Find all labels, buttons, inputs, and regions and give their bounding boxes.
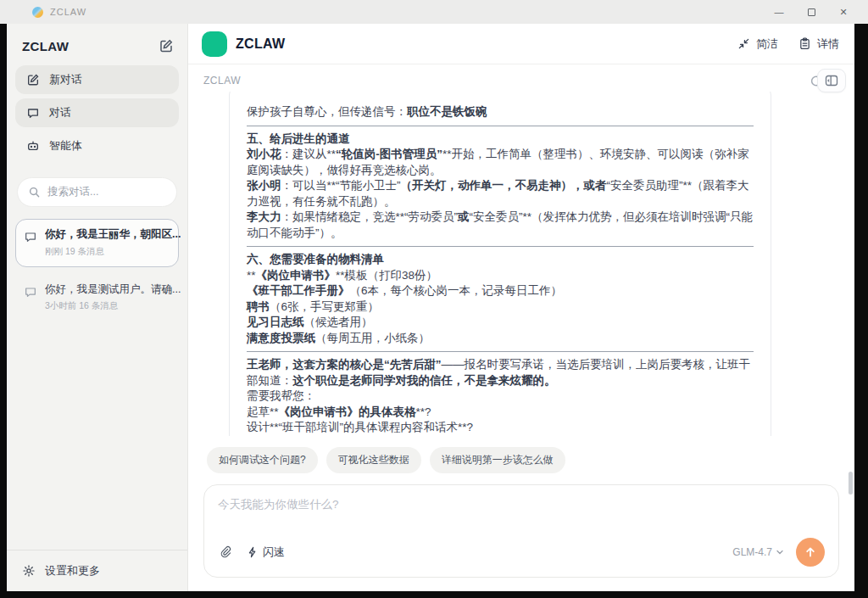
titlebar: ZCLAW — ✕ — [0, 0, 868, 24]
main-area: ZCLAW 简洁 — [188, 24, 854, 591]
sidebar-item-settings[interactable]: 设置和更多 — [7, 550, 187, 591]
close-icon[interactable]: ✕ — [827, 0, 860, 24]
conversation-toolbar: ZCLAW — [188, 64, 854, 92]
message-divider — [247, 246, 754, 247]
app-window: ZCLAW 新对话 — [7, 24, 854, 591]
details-view-button[interactable]: 详情 — [798, 36, 839, 52]
robot-icon — [26, 139, 40, 153]
compose-icon[interactable] — [159, 38, 174, 53]
send-button[interactable] — [796, 538, 825, 567]
model-selector[interactable]: GLM-4.7 — [732, 546, 784, 558]
sidebar: ZCLAW 新对话 — [7, 24, 188, 591]
list-item[interactable]: 你好，我是测试用户。请确... 3小时前 16 条消息 — [15, 274, 179, 322]
search-placeholder: 搜索对话... — [47, 185, 98, 199]
message-divider — [247, 351, 754, 352]
titlebar-app-name: ZCLAW — [50, 7, 86, 17]
brand-logo — [202, 31, 227, 57]
suggestion-chip[interactable]: 详细说明第一步该怎么做 — [430, 447, 565, 473]
suggestion-chip[interactable]: 如何调试这个问题? — [207, 447, 318, 473]
attachment-icon[interactable] — [218, 545, 233, 560]
sidebar-item-label: 对话 — [49, 105, 71, 120]
clipboard-icon — [798, 37, 811, 50]
toggle-panel-button[interactable] — [817, 69, 846, 92]
message-line: 满意度投票纸（每周五用，小纸条） — [247, 331, 754, 347]
message-line: 设计**“班干部培训”的具体课程内容和话术**? — [247, 420, 754, 436]
conversation-list: 你好，我是王丽华，朝阳区... 刚刚 19 条消息 你好，我是测试用户。请确..… — [7, 217, 187, 323]
message-line: 《班干部工作手册》（6本，每个核心岗一本，记录每日工作） — [247, 283, 754, 299]
app-icon — [32, 7, 43, 18]
conversation-title: 你好，我是王丽华，朝阳区... — [45, 228, 181, 242]
assistant-label: ZCLAW — [203, 75, 241, 87]
brand-name: ZCLAW — [236, 36, 285, 52]
list-item[interactable]: 你好，我是王丽华，朝阳区... 刚刚 19 条消息 — [15, 219, 179, 267]
suggestion-chips: 如何调试这个问题? 可视化这些数据 详细说明第一步该怎么做 — [188, 436, 854, 475]
main-header: ZCLAW 简洁 — [188, 24, 854, 64]
gear-icon — [22, 564, 36, 578]
compact-view-label: 简洁 — [756, 36, 778, 52]
sidebar-nav: 新对话 对话 智能体 — [7, 65, 187, 160]
chat-icon — [24, 285, 37, 299]
message-line: 六、您需要准备的物料清单 — [247, 252, 754, 268]
search-input[interactable]: 搜索对话... — [17, 177, 177, 207]
message-line: 张小明：可以当**“节能小卫士”（开关灯，动作单一，不易走神），或者“安全委员助… — [247, 178, 754, 210]
message-input[interactable]: 今天我能为你做些什么? — [218, 497, 825, 512]
message-line: 王老师，这套方案的核心是“先苦后甜”——报名时要写承诺，当选后要培训，上岗后要考… — [247, 357, 754, 388]
settings-label: 设置和更多 — [45, 563, 100, 578]
minimize-icon[interactable]: — — [763, 0, 795, 24]
conversation-meta: 刚刚 19 条消息 — [45, 246, 181, 258]
message-line: 起草**《岗位申请书》的具体表格**? — [247, 405, 754, 421]
quick-mode-button[interactable]: 闪速 — [247, 545, 285, 560]
message-line: 刘小花：建议从**“轮值岗-图书管理员”**开始，工作简单（整理书）、环境安静、… — [247, 147, 754, 178]
lightning-icon — [247, 546, 259, 558]
message-line: 保护孩子自尊心，但传递信号：职位不是铁饭碗 — [247, 104, 754, 120]
composer: 今天我能为你做些什么? 闪速 GLM-4.7 — [203, 484, 839, 578]
sidebar-item-chats[interactable]: 对话 — [15, 98, 179, 127]
chat-icon — [26, 106, 40, 120]
search-icon — [28, 186, 41, 198]
message-line: 见习日志纸（候选者用） — [247, 315, 754, 331]
maximize-icon[interactable] — [795, 0, 827, 24]
compose-icon — [26, 73, 40, 87]
conversation-title: 你好，我是测试用户。请确... — [45, 283, 181, 297]
scrollbar-thumb[interactable] — [849, 472, 853, 495]
message-line: 李大力：如果情绪稳定，竞选**“劳动委员”或“安全委员”**（发挥体力优势，但必… — [247, 210, 754, 241]
conversation-meta: 3小时前 16 条消息 — [45, 300, 181, 312]
message-line: 需要我帮您： — [247, 388, 754, 405]
sidebar-item-new-chat[interactable]: 新对话 — [15, 65, 179, 94]
model-name: GLM-4.7 — [732, 546, 772, 558]
sidebar-item-label: 智能体 — [49, 138, 82, 154]
sidebar-item-label: 新对话 — [49, 72, 82, 87]
quick-mode-label: 闪速 — [263, 545, 285, 560]
chat-scroll-area[interactable]: 保护孩子自尊心，但传递信号：职位不是铁饭碗五、给后进生的通道刘小花：建议从**“… — [188, 92, 854, 436]
sidebar-item-agents[interactable]: 智能体 — [15, 131, 179, 160]
collapse-icon — [737, 37, 750, 50]
message-divider — [247, 126, 754, 126]
chat-icon — [24, 230, 37, 243]
message-line: 聘书（6张，手写更郑重） — [247, 299, 754, 316]
suggestion-chip[interactable]: 可视化这些数据 — [326, 447, 421, 473]
details-view-label: 详情 — [817, 36, 839, 52]
sidebar-title: ZCLAW — [22, 39, 69, 53]
chevron-down-icon — [776, 548, 784, 556]
compact-view-button[interactable]: 简洁 — [737, 36, 778, 52]
message-line: 五、给后进生的通道 — [247, 131, 754, 148]
message-line: **《岗位申请书》**模板（打印38份） — [247, 268, 754, 284]
assistant-message: 保护孩子自尊心，但传递信号：职位不是铁饭碗五、给后进生的通道刘小花：建议从**“… — [229, 92, 771, 436]
